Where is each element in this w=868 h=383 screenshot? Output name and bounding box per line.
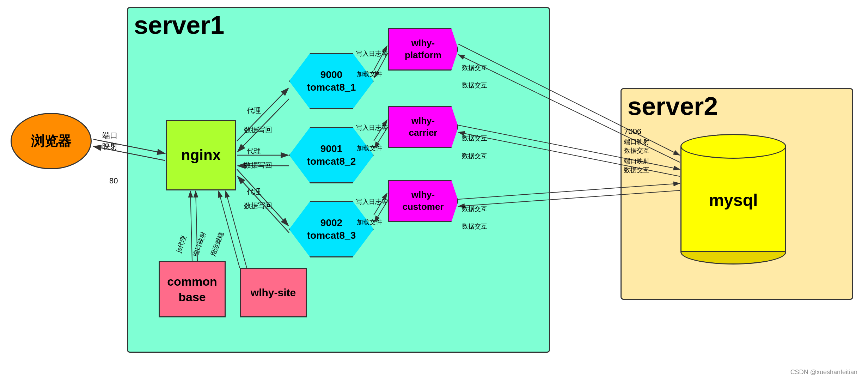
cylinder-top (680, 134, 786, 159)
tomcat3-node: 9002tomcat8_3 (289, 201, 374, 257)
writeback2-label: 数据写回 (244, 160, 272, 170)
mysql-cylinder: mysql (680, 134, 786, 268)
tomcat2-node: 9001tomcat8_2 (289, 127, 374, 183)
nginx-label: nginx (181, 147, 221, 164)
data-interact-mysql2: 数据交互 (624, 166, 649, 174)
port-mapping-label: 端口映射 (102, 130, 118, 152)
proxy2-label: 代理 (247, 146, 261, 156)
loadfile3-label: 加载文件 (357, 218, 382, 226)
watermark: CSDN @xueshanfeitian (790, 369, 857, 376)
server1-title: server1 (134, 11, 224, 39)
port-mapping-mysql2: 端口映射 (624, 157, 649, 165)
writelog1-label: 写入日志等 (356, 49, 388, 58)
writeback1-label: 数据写回 (244, 125, 272, 135)
loadfile2-label: 加载文件 (357, 144, 382, 152)
common-base-box: commonbase (159, 261, 226, 317)
data-interact-3b: 数据交互 (462, 222, 487, 231)
browser-node: 浏览器 (11, 113, 92, 169)
data-interact-3a: 数据交互 (462, 205, 487, 213)
tomcat3-label: 9002tomcat8_3 (307, 217, 356, 242)
data-interact-1a: 数据交互 (462, 63, 487, 72)
data-interact-2a: 数据交互 (462, 134, 487, 142)
tomcat1-label: 9000tomcat8_1 (307, 68, 356, 94)
carrier-box: wlhy-carrier (388, 106, 458, 148)
writelog3-label: 写入日志等 (356, 197, 388, 206)
nginx-box: nginx (166, 120, 236, 190)
customer-label: wlhy-customer (402, 189, 444, 213)
diagram-container: 浏览器 server1 nginx 9000tomcat8_1 9001tomc… (0, 0, 868, 383)
mysql-label: mysql (680, 190, 786, 210)
loadfile1-label: 加载文件 (357, 70, 382, 78)
customer-box: wlhy-customer (388, 180, 458, 222)
proxy1-label: 代理 (247, 106, 261, 115)
port-mapping-mysql: 端口映射 (624, 138, 649, 146)
common-base-label: commonbase (167, 274, 217, 305)
writeback3-label: 数据写回 (244, 201, 272, 211)
platform-label: wlhy-platform (405, 37, 441, 61)
tomcat2-label: 9001tomcat8_2 (307, 142, 356, 168)
wlhy-site-label: wlhy-site (251, 287, 296, 299)
data-interact-1b: 数据交互 (462, 81, 487, 90)
data-interact-2b: 数据交互 (462, 152, 487, 160)
browser-label: 浏览器 (31, 132, 71, 150)
port-80-label: 80 (109, 176, 118, 186)
writelog2-label: 写入日志等 (356, 123, 388, 132)
server2-title: server2 (628, 92, 718, 121)
carrier-label: wlhy-carrier (409, 115, 438, 139)
data-interact-mysql1: 数据交互 (624, 146, 649, 155)
platform-box: wlhy-platform (388, 28, 458, 71)
tomcat1-node: 9000tomcat8_1 (289, 53, 374, 109)
proxy3-label: 代理 (247, 187, 261, 196)
wlhy-site-box: wlhy-site (240, 268, 307, 317)
server2-port-label: 7006 (624, 127, 641, 136)
